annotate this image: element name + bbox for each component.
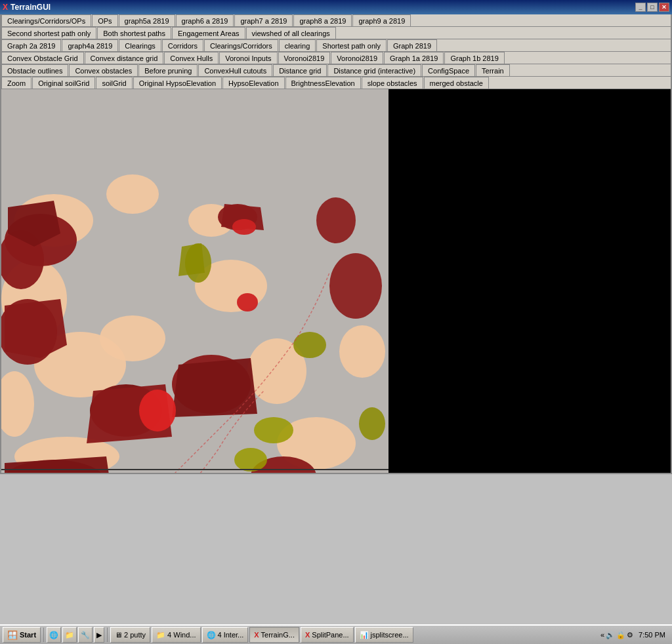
tab-clearings[interactable]: Clearings [119,39,161,51]
tray-sep: « [600,631,604,639]
tab-row-3: Graph 2a 2819 graph4a 2819 Clearings Cor… [1,39,671,52]
folder-icon: 📁 [65,631,74,639]
tab-voronoi2819-2[interactable]: Voronoi2819 [331,52,383,64]
tab-hypso[interactable]: HypsoElevation [222,77,284,89]
clock: 7:50 PM [635,631,669,639]
tab-terrain[interactable]: Terrain [476,64,510,76]
tab-graph1a[interactable]: Graph 1a 2819 [384,52,444,64]
tab-soilgrid[interactable]: soilGrid [96,77,132,89]
quicklaunch-tool[interactable]: 🔧 [78,627,93,643]
jsplit-icon: 📊 [360,631,369,639]
internet-icon: 🌐 [207,631,216,639]
tab-graph1b[interactable]: Graph 1b 2819 [444,52,504,64]
terrain-map [1,89,388,473]
tab-obstacle-outlines[interactable]: Obstacle outlines [1,64,68,76]
putty-icon: 🖥 [115,631,122,639]
tool-icon: 🔧 [81,631,90,639]
svg-point-11 [339,325,385,378]
taskbar: 🪟 Start 🌐 📁 🔧 ▶ 🖥 2 putty 📁 4 Wind... 🌐 … [0,624,672,644]
tab-voronoi-inputs[interactable]: Voronoi Inputs [219,52,277,64]
tab-row-4: Convex Obstacle Grid Convex distance gri… [1,52,671,64]
maximize-button[interactable]: □ [647,3,658,12]
tab-corridors[interactable]: Corridors [162,39,203,51]
quicklaunch-folder[interactable]: 📁 [62,627,77,643]
app-icon: X [3,3,8,12]
tab-graph7a[interactable]: graph7 a 2819 [234,14,293,26]
tab-clearings-corridors-ops[interactable]: Clearings/Corridors/OPs [1,14,91,26]
tab-ops[interactable]: OPs [92,14,117,26]
tab-engagement-areas[interactable]: Engagement Areas [172,27,245,39]
tab-convexhull-cutouts[interactable]: ConvexHull cutouts [198,64,272,76]
splitpane-label: SplitPane... [312,631,348,639]
tab-graph8a[interactable]: graph8 a 2819 [293,14,352,26]
tab-voronoi2819-1[interactable]: Voronoi2819 [278,52,331,64]
tab-row-2: Second shortest path only Both shortest … [1,27,671,39]
ie-icon: 🌐 [49,631,58,639]
quicklaunch-arrow[interactable]: ▶ [94,627,104,643]
internet-label: 4 Inter... [218,631,244,639]
tab-merged-obstacle[interactable]: merged obstacle [424,77,489,89]
jsplit-label: jsplitscree... [371,631,409,639]
tab-row-1: Clearings/Corridors/OPs OPs graph5a 2819… [1,14,671,27]
svg-marker-36 [178,243,205,276]
start-label: Start [20,631,36,639]
tray-icon-3: ⚙ [627,631,633,639]
system-tray: « 🔊 🔒 ⚙ 7:50 PM [600,631,669,639]
tab-graph2819[interactable]: Graph 2819 [387,39,437,51]
tab-distance-grid[interactable]: Distance grid [273,64,327,76]
terrain-label: TerrainG... [261,631,295,639]
tab-both-shortest[interactable]: Both shortest paths [97,27,171,39]
svg-marker-25 [172,358,257,417]
tab-convex-distance-grid[interactable]: Convex distance grid [85,52,164,64]
svg-point-35 [234,448,267,472]
tab-before-pruning[interactable]: Before pruning [138,64,198,76]
title-bar-left: X TerrainGUI [3,3,51,12]
title-bar: X TerrainGUI _ □ ✕ [0,0,672,14]
taskbar-windows[interactable]: 📁 4 Wind... [152,627,200,643]
windows-icon: 📁 [156,631,165,639]
tab-configspace[interactable]: ConfigSpace [422,64,475,76]
tab-zoom[interactable]: Zoom [1,77,32,89]
app-title: TerrainGUI [10,3,51,12]
tab-distance-grid-interactive[interactable]: Distance grid (interactive) [327,64,421,76]
tab-convex-obstacles[interactable]: Convex obstacles [69,64,138,76]
tab-graph5a[interactable]: graph5a 2819 [119,14,175,26]
tab-brightness-elevation[interactable]: BrightnessElevation [285,77,361,89]
quicklaunch-ie[interactable]: 🌐 [47,627,61,643]
terrain-icon: X [254,631,259,639]
tab-graph6a[interactable]: graph6 a 2819 [176,14,234,26]
tab-graph4a[interactable]: graph4a 2819 [62,39,118,51]
tab-viewshed-all[interactable]: viewshed of all clearings [246,27,336,39]
tab-graph9a[interactable]: graph9 a 2819 [352,14,411,26]
start-button[interactable]: 🪟 Start [3,627,41,643]
taskbar-putty[interactable]: 🖥 2 putty [110,627,150,643]
taskbar-internet[interactable]: 🌐 4 Inter... [202,627,249,643]
close-button[interactable]: ✕ [659,3,669,12]
taskbar-jsplit[interactable]: 📊 jsplitscree... [355,627,413,643]
tab-row-6: Zoom Original soilGrid soilGrid Original… [1,77,671,89]
svg-point-8 [106,174,159,214]
tab-clearing[interactable]: clearing [279,39,316,51]
tab-original-hypso[interactable]: Original HypsoElevation [133,77,222,89]
tab-convex-obstacle-grid[interactable]: Convex Obstacle Grid [1,52,84,64]
windows-flag-icon: 🪟 [7,630,18,640]
title-bar-buttons: _ □ ✕ [635,3,669,12]
tab-shortest-path[interactable]: Shortest path only [316,39,387,51]
svg-point-37 [139,390,176,432]
minimize-button[interactable]: _ [635,3,646,12]
windows-label: 4 Wind... [167,631,196,639]
tab-graph2a[interactable]: Graph 2a 2819 [1,39,61,51]
tab-slope-obstacles[interactable]: slope obstacles [362,77,423,89]
svg-point-30 [316,197,356,243]
tab-convex-hulls[interactable]: Convex Hulls [164,52,219,64]
tab-clearings-corridors[interactable]: Clearings/Corridors [204,39,278,51]
right-panel [388,89,671,473]
splitpane-icon: X [305,631,310,639]
taskbar-terraingui[interactable]: X TerrainG... [249,627,299,643]
tab-original-soilgrid[interactable]: Original soilGrid [32,77,95,89]
map-canvas[interactable] [1,89,388,473]
tray-icon-2: 🔒 [616,631,625,639]
tray-icon-1: 🔊 [606,631,615,639]
taskbar-splitpane[interactable]: X SplitPane... [301,627,354,643]
tab-second-shortest[interactable]: Second shortest path only [1,27,96,39]
